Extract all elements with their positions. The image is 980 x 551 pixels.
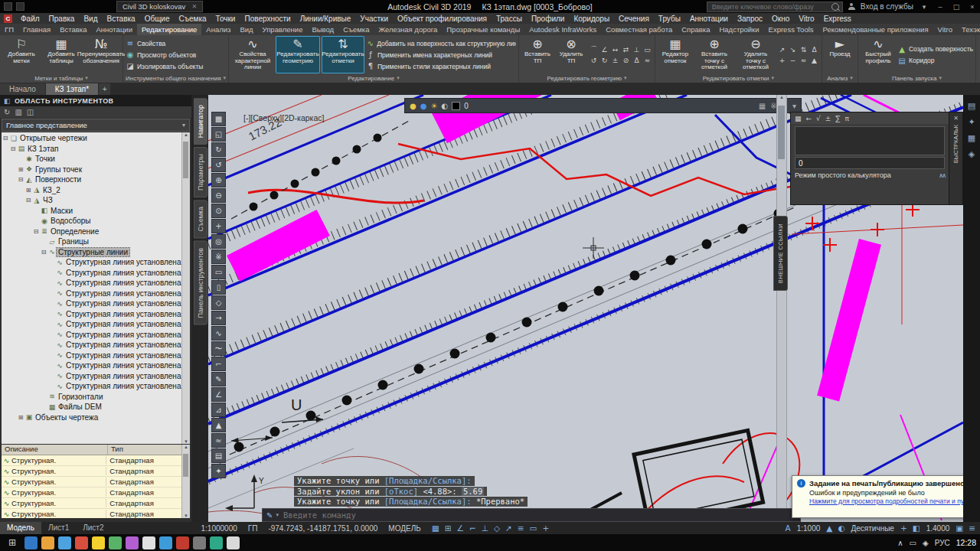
status-toggle-icon[interactable]: ▦ (432, 523, 439, 533)
layer-tool-icon[interactable]: ▦ (759, 102, 766, 110)
menu-item[interactable]: Аннотации (685, 15, 733, 23)
apply-styles-button[interactable]: ¶ Применить стили характерных линий (366, 61, 516, 72)
minimize-button[interactable]: – (935, 3, 946, 11)
browser-control-icon[interactable] (16, 2, 24, 11)
drawing-tool-icon[interactable]: ≈ (211, 433, 226, 448)
tree-item[interactable]: ⊟ ◮ ЧЗ (2, 195, 190, 206)
quickcalc-titlebar[interactable]: ✕ БЫСТРКАЛЬК (949, 112, 963, 205)
ribbon-tab[interactable]: Рекомендованные приложения (818, 24, 933, 35)
tree-item[interactable]: ≋ Горизонтали (2, 392, 190, 403)
taskbar-app-icon[interactable] (227, 536, 240, 549)
layer-state-icon[interactable]: ● (410, 102, 416, 110)
status-toggle-icon[interactable]: ▭ (530, 523, 537, 533)
menu-item[interactable]: Vitro (794, 15, 818, 23)
add-tables-button[interactable]: ▦ Добавить таблицы (42, 36, 80, 73)
annotation-scale[interactable]: 1:1000 (797, 524, 821, 533)
tree-item[interactable]: ✱ Точки (2, 154, 190, 165)
tree-item[interactable]: ⊟ ◭ Поверхности (2, 174, 190, 185)
viewport-controls[interactable]: [-][Сверху][2D-каркас] (243, 113, 324, 122)
panel-caption[interactable]: Панель запуска▾ (861, 73, 973, 83)
menu-item[interactable]: Профили (527, 15, 570, 23)
tree-item[interactable]: ∿ Структурная линия установлена10 (2, 350, 190, 361)
quickcalc-display[interactable] (795, 126, 945, 155)
geometry-tool-icon[interactable]: ▭ (642, 44, 652, 54)
ribbon-tab[interactable]: Главная (18, 24, 55, 35)
elevation-tool-icon[interactable]: − (788, 55, 798, 65)
drawing-tool-icon[interactable]: ◎ (211, 234, 226, 249)
status-toggle-icon[interactable]: ⊥ (482, 523, 488, 533)
tree-item[interactable]: ⊞ ▣ Объекты чертежа (2, 412, 190, 423)
panel-caption[interactable]: Метки и таблицы▾ (2, 73, 120, 83)
tree-item[interactable]: ⊟ ∿ Структурные линии (2, 247, 190, 258)
tree-scrollbar[interactable]: ▲ ▼ (181, 132, 190, 444)
drawing-tool-icon[interactable]: ▯ (211, 280, 226, 295)
panel-caption[interactable]: Редактировать отметки▾ (658, 73, 819, 83)
drawing-tool-icon[interactable]: ∠ (211, 387, 226, 402)
menu-item[interactable]: Трубы (654, 15, 685, 23)
tree-expander-icon[interactable]: ⊞ (24, 187, 32, 194)
tree-item[interactable]: ⊟ ≣ Определение (2, 227, 190, 237)
list-item[interactable]: ∿Структурная. Стандартная (2, 466, 190, 477)
taskbar-app-icon[interactable] (109, 536, 122, 549)
taskbar-app-icon[interactable] (58, 536, 71, 549)
quickcalc-tool-icon[interactable]: ← (806, 115, 812, 122)
insert-pi-button[interactable]: ⊕ Вставить ТП (521, 36, 554, 73)
ribbon-tab[interactable]: Express Tools (764, 24, 818, 35)
drawing-tool-icon[interactable]: ◱ (211, 127, 226, 142)
drawing-scrollbar[interactable]: ▲ ▼ (776, 95, 787, 522)
status-menu-icon[interactable]: ▣ (956, 523, 963, 533)
tree-item[interactable]: ⊞ ❖ Группы точек (2, 165, 190, 175)
tree-expander-icon[interactable]: ⊟ (24, 197, 32, 204)
renumber-button[interactable]: № Перенумеровать обозначения (82, 36, 120, 73)
quickcalc-tool-icon[interactable]: π (844, 115, 848, 122)
ribbon-tab[interactable]: Vitro (933, 24, 957, 35)
tree-item[interactable]: ∿ Структурная линия установлена4 (2, 289, 190, 299)
tree-expander-icon[interactable]: ⊟ (17, 176, 24, 183)
toolspace-side-tab[interactable]: Панель инструментов (194, 241, 207, 325)
drawing-tool-icon[interactable]: 〜 (211, 341, 226, 356)
drawing-tool-icon[interactable]: ↻ (211, 142, 226, 157)
command-input[interactable] (282, 510, 796, 520)
layer-state-icon[interactable]: ◐ (441, 102, 448, 110)
workspace-gp[interactable]: ГП (248, 524, 258, 533)
language-indicator[interactable]: РУС (935, 539, 950, 547)
panel-caption[interactable]: Редактирование▾ (231, 73, 516, 83)
vm-tab[interactable]: Civil 3D koloskovav ✕ (116, 1, 203, 12)
geometry-tool-icon[interactable]: ⊥ (632, 44, 642, 54)
list-item[interactable]: ∿Структурная. Стандартная (2, 509, 190, 518)
create-surface-button[interactable]: ▲ Создать поверхность (897, 44, 973, 54)
toolspace-side-tab[interactable]: Параметры (194, 147, 207, 197)
status-toggle-icon[interactable]: ◧ (913, 523, 920, 533)
layer-state-icon[interactable]: ● (420, 102, 427, 110)
drawing-tool-icon[interactable]: ※ (211, 249, 226, 264)
feature-line-properties-button[interactable]: ∿ Свойства характерной линии (231, 36, 274, 73)
drawing-tool-icon[interactable]: ⊙ (211, 204, 226, 218)
tree-item[interactable]: ∿ Структурная линия установлена5 (2, 298, 190, 309)
drawing-tool-icon[interactable]: ▩ (211, 112, 226, 126)
help-search-input[interactable] (710, 2, 831, 11)
geometry-tool-icon[interactable]: ↔ (610, 44, 620, 54)
tray-icon[interactable]: ▭ (910, 539, 916, 547)
browser-control-icon[interactable] (4, 2, 12, 11)
clock[interactable]: 12:28 (956, 538, 976, 547)
layer-color-swatch[interactable] (452, 102, 460, 110)
drive-button[interactable]: ► Проезд (825, 36, 855, 73)
ribbon-tab[interactable]: Анализ (201, 24, 235, 35)
delete-pi-button[interactable]: ⊗ Удалить ТП (555, 36, 587, 73)
elevation-tool-icon[interactable]: ⇅ (799, 44, 808, 54)
ribbon-tab[interactable]: Совместная работа (601, 24, 677, 35)
ribbon-tab[interactable]: Техэксперт (957, 24, 980, 35)
annotation-icon[interactable]: А (786, 523, 791, 533)
drawing-tool-icon[interactable]: ∿ (211, 326, 226, 341)
menu-item[interactable]: Объект профилирования (393, 15, 492, 23)
new-tab-button[interactable]: + (99, 83, 110, 95)
tree-item[interactable]: ∿ Структурная линия установлена11 (2, 360, 190, 371)
palette-icon[interactable]: ✦ (968, 117, 975, 127)
status-toggle-icon[interactable]: + (543, 523, 550, 533)
status-toggle-icon[interactable]: ⌐ (469, 523, 476, 533)
taskbar-app-icon[interactable] (193, 536, 206, 549)
tree-item[interactable]: ◧ Маски (2, 206, 190, 217)
elevation-tool-icon[interactable]: ↗ (777, 44, 787, 54)
tree-item[interactable]: ▱ Границы (2, 236, 190, 247)
drawing-tool-icon[interactable]: ▲ (211, 418, 226, 432)
